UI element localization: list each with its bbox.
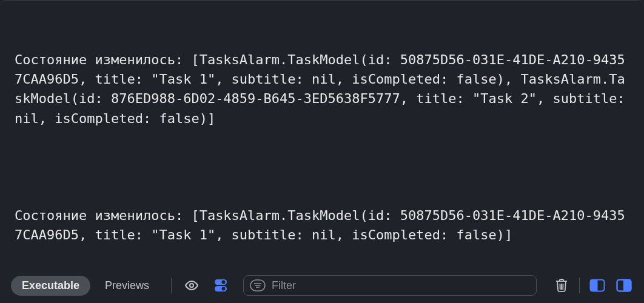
svg-rect-15 [624,280,631,291]
debug-toolbar: Executable Previews [0,268,644,303]
divider [579,278,580,293]
panel-left-icon[interactable] [588,276,606,295]
console-line: Состояние изменилось: [TasksAlarm.TaskMo… [15,50,631,128]
panel-right-icon[interactable] [615,276,633,295]
tab-executable[interactable]: Executable [11,276,90,296]
eye-icon[interactable] [183,276,201,295]
console-output: Состояние изменилось: [TasksAlarm.TaskMo… [0,0,644,268]
right-controls [552,276,633,295]
filter-field[interactable] [243,275,537,296]
trash-icon[interactable] [552,276,571,295]
console-line: Состояние изменилось: [TasksAlarm.TaskMo… [15,206,631,245]
svg-rect-13 [591,280,597,291]
svg-point-3 [222,281,226,284]
divider [171,278,172,293]
svg-point-4 [222,287,226,291]
tab-group: Executable Previews [11,276,160,296]
svg-point-0 [190,284,193,287]
tab-previews[interactable]: Previews [94,276,160,296]
filter-icon [250,279,266,291]
metrics-toggle-icon[interactable] [212,276,230,295]
filter-input[interactable] [272,279,530,292]
